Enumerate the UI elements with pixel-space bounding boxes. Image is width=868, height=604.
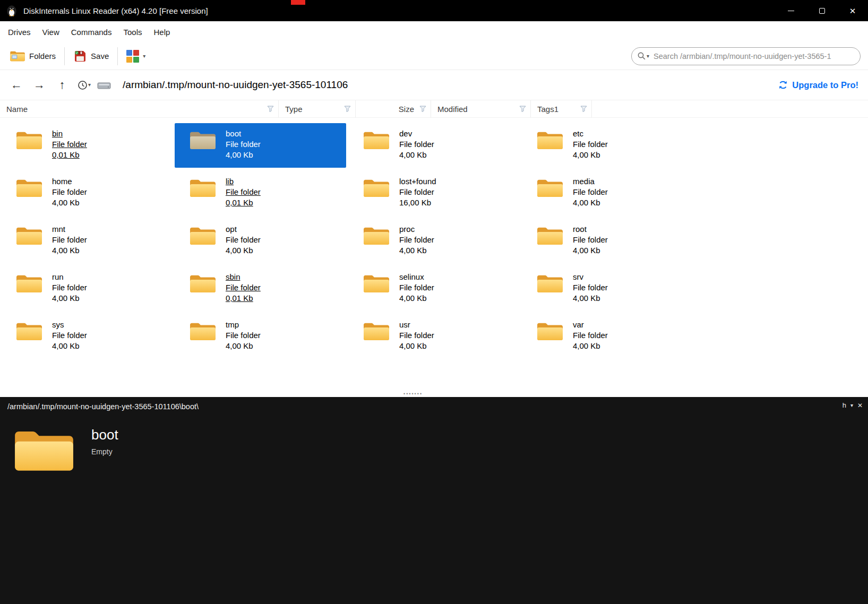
column-header-filler [592, 100, 868, 117]
splitter-handle[interactable]: ••••••• [0, 393, 868, 397]
column-header-name[interactable]: Name [0, 100, 279, 117]
minimize-button[interactable] [776, 0, 806, 21]
file-type: File folder [399, 187, 436, 197]
file-type: File folder [573, 235, 608, 245]
file-type: File folder [399, 235, 434, 245]
folder-icon [362, 177, 391, 200]
search-scope-chevron-icon[interactable]: ▾ [647, 54, 649, 59]
file-tile-dev[interactable]: dev File folder 4,00 Kb [348, 123, 520, 168]
file-type: File folder [226, 187, 261, 197]
filter-icon[interactable] [580, 106, 587, 112]
file-tile-sys[interactable]: sys File folder 4,00 Kb [1, 314, 173, 359]
folder-icon [362, 225, 391, 247]
menu-help[interactable]: Help [148, 28, 176, 37]
file-tile-selinux[interactable]: selinux File folder 4,00 Kb [348, 266, 520, 311]
file-type: File folder [52, 235, 87, 245]
file-tile-tmp[interactable]: tmp File folder 4,00 Kb [175, 314, 346, 359]
search-input[interactable] [652, 51, 854, 61]
file-type: File folder [573, 139, 608, 150]
grid-menu-button[interactable]: ▾ [122, 48, 150, 65]
file-size: 4,00 Kb [52, 341, 87, 351]
file-tile-home[interactable]: home File folder 4,00 Kb [1, 171, 173, 215]
folder-icon [188, 321, 217, 343]
file-tile-root[interactable]: root File folder 4,00 Kb [522, 219, 693, 263]
file-name: root [573, 224, 608, 235]
folder-icon [188, 177, 217, 200]
file-type: File folder [399, 330, 434, 341]
maximize-button[interactable] [806, 0, 837, 21]
folders-button[interactable]: Folders [5, 48, 60, 65]
back-button[interactable]: ← [8, 78, 24, 92]
folder-icon [536, 321, 564, 343]
filter-icon[interactable] [419, 106, 426, 112]
forward-button[interactable]: → [31, 78, 47, 92]
folder-icon [15, 225, 44, 247]
filter-icon[interactable] [267, 106, 274, 112]
file-size: 0,01 Kb [52, 150, 87, 160]
folders-button-label: Folders [29, 51, 56, 61]
file-name: lost+found [399, 176, 436, 187]
preview-close-icon[interactable]: ✕ [857, 402, 863, 409]
file-tile-usr[interactable]: usr File folder 4,00 Kb [348, 314, 520, 359]
file-size: 4,00 Kb [573, 245, 608, 256]
folder-icon [15, 130, 44, 152]
menu-view[interactable]: View [37, 28, 65, 37]
filter-icon[interactable] [344, 106, 351, 112]
up-button[interactable]: ↑ [54, 78, 70, 92]
file-type: File folder [52, 139, 87, 150]
search-box[interactable]: ▾ [631, 47, 861, 65]
folder-icon [15, 177, 44, 200]
folders-icon [10, 50, 25, 63]
menu-bar: Drives View Commands Tools Help [0, 21, 868, 42]
file-type: File folder [226, 235, 261, 245]
sync-arrows-icon [778, 80, 788, 90]
file-size: 4,00 Kb [52, 197, 87, 208]
column-header-type[interactable]: Type [279, 100, 356, 117]
file-size: 4,00 Kb [399, 293, 434, 304]
history-clock-icon [77, 80, 88, 91]
file-type: File folder [399, 139, 434, 150]
file-tile-mnt[interactable]: mnt File folder 4,00 Kb [1, 219, 173, 263]
file-tile-boot[interactable]: boot File folder 4,00 Kb [175, 123, 346, 168]
file-name: selinux [399, 272, 434, 282]
file-tile-opt[interactable]: opt File folder 4,00 Kb [175, 219, 346, 263]
filter-icon[interactable] [519, 106, 526, 112]
address-path[interactable]: /armbian/.tmp/mount-no-uuidgen-yet-3565-… [123, 79, 348, 91]
file-size: 4,00 Kb [52, 245, 87, 256]
preview-chevron-down-icon[interactable]: ▾ [850, 403, 853, 408]
folder-icon [536, 225, 564, 247]
upgrade-to-pro-link[interactable]: Upgrade to Pro! [778, 80, 858, 90]
folder-icon [188, 130, 217, 152]
toolbar-separator [64, 47, 65, 65]
preview-item-status: Empty [91, 447, 118, 456]
file-tile-run[interactable]: run File folder 4,00 Kb [1, 266, 173, 311]
file-name: lib [226, 176, 261, 187]
navigation-bar: ← → ↑ ▾ /armbian/.tmp/mount-no-uuidgen-y… [0, 70, 868, 100]
menu-drives[interactable]: Drives [2, 28, 37, 37]
file-type: File folder [226, 330, 261, 341]
file-tile-proc[interactable]: proc File folder 4,00 Kb [348, 219, 520, 263]
file-tile-sbin[interactable]: sbin File folder 0,01 Kb [175, 266, 346, 311]
save-button[interactable]: Save [69, 47, 113, 65]
menu-commands[interactable]: Commands [65, 28, 118, 37]
column-header-tags1[interactable]: Tags1 [531, 100, 592, 117]
file-tile-lib[interactable]: lib File folder 0,01 Kb [175, 171, 346, 215]
splitter-grip-dots: ••••••• [403, 391, 423, 396]
file-name: opt [226, 224, 261, 235]
column-header-size[interactable]: Size [356, 100, 431, 117]
menu-tools[interactable]: Tools [117, 28, 148, 37]
file-tile-bin[interactable]: bin File folder 0,01 Kb [1, 123, 173, 168]
file-tile-media[interactable]: media File folder 4,00 Kb [522, 171, 693, 215]
history-button[interactable]: ▾ [77, 80, 91, 91]
close-button[interactable]: ✕ [837, 0, 868, 21]
folder-icon [536, 130, 564, 152]
file-name: media [573, 176, 608, 187]
file-tile-srv[interactable]: srv File folder 4,00 Kb [522, 266, 693, 311]
file-tile-lost+found[interactable]: lost+found File folder 16,00 Kb [348, 171, 520, 215]
file-type: File folder [573, 330, 608, 341]
file-name: srv [573, 272, 608, 282]
title-bar: DiskInternals Linux Reader (x64) 4.20 [F… [0, 0, 868, 21]
file-tile-etc[interactable]: etc File folder 4,00 Kb [522, 123, 693, 168]
file-tile-var[interactable]: var File folder 4,00 Kb [522, 314, 693, 359]
column-header-modified[interactable]: Modified [431, 100, 531, 117]
